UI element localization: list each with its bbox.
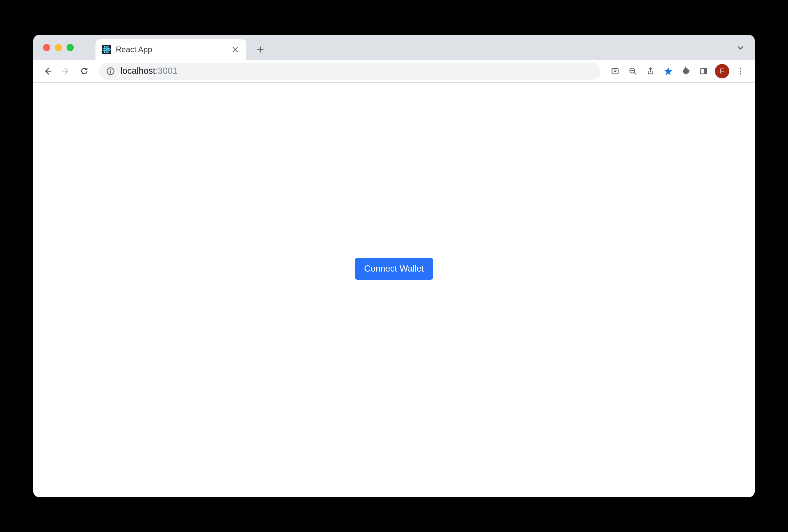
menu-icon[interactable]	[732, 63, 748, 79]
react-favicon-icon	[102, 45, 111, 54]
back-button[interactable]	[40, 63, 56, 79]
window-maximize-button[interactable]	[66, 44, 74, 51]
window-controls	[43, 44, 74, 51]
connect-wallet-button[interactable]: Connect Wallet	[355, 258, 433, 280]
toolbar-actions: F	[607, 63, 748, 79]
tab-title: React App	[116, 45, 226, 54]
share-icon[interactable]	[643, 63, 658, 79]
browser-toolbar: localhost:3001 F	[33, 60, 755, 83]
tab-close-button[interactable]	[231, 45, 240, 54]
svg-point-11	[740, 70, 741, 72]
url-text: localhost:3001	[120, 66, 177, 76]
zoom-icon[interactable]	[625, 63, 641, 79]
svg-point-12	[740, 73, 741, 75]
window-minimize-button[interactable]	[55, 44, 62, 51]
tabs-container: React App	[96, 35, 269, 60]
extensions-icon[interactable]	[678, 63, 694, 79]
svg-point-5	[110, 69, 111, 70]
side-panel-icon[interactable]	[696, 63, 712, 79]
svg-point-10	[740, 67, 741, 69]
address-bar[interactable]: localhost:3001	[99, 63, 601, 80]
page-content: Connect Wallet	[33, 83, 755, 497]
browser-window: React App loc	[33, 35, 755, 497]
url-port: :3001	[156, 66, 178, 76]
url-host: localhost	[120, 66, 156, 76]
svg-point-0	[106, 49, 107, 51]
profile-initial: F	[720, 67, 724, 75]
site-info-icon[interactable]	[106, 66, 115, 76]
bookmark-star-icon[interactable]	[661, 63, 676, 79]
browser-tab[interactable]: React App	[96, 39, 247, 60]
reload-button[interactable]	[76, 63, 92, 79]
new-tab-button[interactable]	[252, 41, 269, 58]
tabs-dropdown-button[interactable]	[735, 43, 746, 53]
tab-strip: React App	[33, 35, 755, 60]
svg-rect-9	[704, 68, 707, 74]
install-app-icon[interactable]	[607, 63, 623, 79]
forward-button[interactable]	[58, 63, 74, 79]
window-close-button[interactable]	[43, 44, 50, 51]
profile-avatar[interactable]: F	[715, 64, 729, 78]
